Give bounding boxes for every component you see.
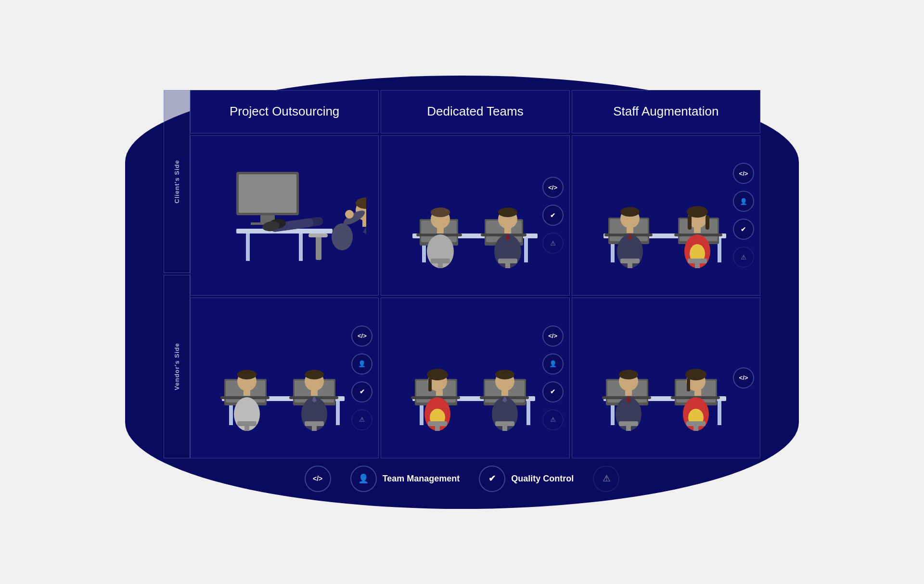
svg-rect-136 — [694, 390, 701, 396]
code-icon-4: </> — [542, 325, 564, 347]
svg-rect-24 — [524, 238, 528, 262]
svg-rect-1 — [239, 174, 296, 213]
check-icon-4: ✔ — [542, 381, 564, 402]
icons-col-staff-client: </> 👤 ✔ ⚠ — [733, 163, 754, 268]
vendor-side-text: Vendor's Side — [173, 343, 180, 390]
svg-point-55 — [620, 207, 640, 217]
svg-point-126 — [619, 370, 638, 379]
legend-team-icon: 👤 — [350, 466, 377, 492]
client-row: </> ✔ ⚠ — [190, 135, 760, 296]
icons-col-teams-vendor: </> 👤 ✔ ⚠ — [542, 325, 564, 430]
cell-staff-client: </> 👤 ✔ ⚠ — [572, 135, 760, 296]
illustration-relaxed — [195, 141, 373, 291]
svg-point-39 — [498, 208, 517, 217]
svg-rect-105 — [436, 390, 443, 396]
legend-quality-icon: ✔ — [479, 466, 505, 492]
legend-team-label: Team Management — [383, 474, 460, 484]
svg-rect-90 — [312, 425, 317, 431]
svg-rect-59 — [628, 262, 632, 268]
illustration-teams-vendor — [386, 303, 564, 453]
warning-icon-2: ⚠ — [733, 247, 754, 268]
legend-code-icon: </> — [305, 466, 331, 492]
svg-rect-130 — [626, 425, 631, 431]
cell-outsourcing-client — [190, 135, 379, 296]
header-col3: Staff Augmentation — [572, 90, 760, 133]
svg-rect-111 — [501, 390, 508, 396]
teams-vendor-svg — [403, 325, 547, 431]
svg-rect-68 — [695, 262, 700, 268]
main-container: Client's Side Vendor's Side Project Outs… — [125, 76, 799, 509]
code-icon-5: </> — [733, 367, 754, 389]
svg-rect-4 — [246, 232, 250, 261]
icons-col-staff-vendor: </> — [733, 367, 754, 389]
svg-point-16 — [345, 210, 354, 219]
svg-rect-93 — [526, 401, 530, 425]
check-icon-2: ✔ — [733, 219, 754, 240]
illustration-staff-client — [577, 141, 755, 291]
legend-quality: ✔ Quality Control — [479, 466, 574, 492]
svg-rect-138 — [693, 425, 698, 431]
warning-icon-4: ⚠ — [542, 409, 564, 430]
legend-row: </> 👤 Team Management ✔ Quality Control … — [164, 458, 760, 494]
svg-rect-83 — [244, 425, 249, 431]
cell-outsourcing-vendor: </> 👤 ✔ ⚠ — [190, 298, 379, 458]
svg-rect-40 — [504, 228, 511, 234]
check-icon-1: ✔ — [542, 205, 564, 226]
legend-code: </> — [305, 466, 331, 492]
client-side-label: Client's Side — [164, 90, 190, 273]
code-icon-2: </> — [733, 163, 754, 184]
svg-point-9 — [332, 223, 353, 250]
illustration-outsourcing-vendor — [195, 303, 373, 453]
vendor-side-label: Vendor's Side — [164, 275, 190, 458]
svg-rect-56 — [627, 227, 633, 233]
cell-teams-vendor: </> 👤 ✔ ⚠ — [381, 298, 569, 458]
header-col2-title: Dedicated Teams — [427, 104, 523, 119]
outsourcing-vendor-svg — [212, 325, 357, 431]
teams-client-svg — [398, 162, 552, 268]
person-icon-2: 👤 — [351, 353, 372, 375]
svg-rect-5 — [299, 232, 303, 261]
staff-vendor-svg — [594, 325, 738, 431]
svg-rect-8 — [308, 234, 328, 237]
warning-icon-1: ⚠ — [542, 233, 564, 254]
svg-point-110 — [495, 370, 514, 379]
svg-rect-66 — [694, 227, 701, 233]
svg-marker-13 — [363, 227, 366, 234]
legend-team: 👤 Team Management — [350, 466, 460, 492]
svg-rect-36 — [438, 262, 443, 268]
legend-quality-label: Quality Control — [511, 474, 574, 484]
person-icon-1: 👤 — [733, 191, 754, 212]
svg-rect-87 — [311, 390, 318, 396]
relaxed-person-svg — [203, 162, 366, 268]
header-col1-title: Project Outsourcing — [230, 104, 339, 119]
vendor-row: </> 👤 ✔ ⚠ — [190, 298, 760, 458]
svg-rect-104 — [428, 378, 432, 391]
svg-rect-127 — [625, 390, 632, 396]
svg-rect-64 — [688, 215, 692, 230]
side-labels: Client's Side Vendor's Side — [164, 90, 190, 458]
svg-rect-65 — [706, 215, 709, 230]
svg-rect-7 — [316, 234, 321, 260]
svg-point-33 — [431, 208, 450, 217]
svg-rect-34 — [437, 228, 444, 234]
svg-rect-107 — [435, 425, 440, 431]
svg-rect-71 — [336, 401, 340, 425]
cell-staff-vendor: </> — [572, 298, 760, 458]
legend-warning: ⚠ — [593, 466, 619, 492]
person-icon-3: 👤 — [542, 353, 564, 375]
svg-rect-43 — [505, 262, 510, 268]
svg-rect-12 — [362, 220, 366, 227]
illustration-teams-client — [386, 141, 564, 291]
staff-client-svg — [594, 162, 738, 268]
client-side-text: Client's Side — [173, 160, 180, 204]
svg-rect-117 — [718, 401, 721, 425]
icons-col-outsourcing-vendor: </> 👤 ✔ ⚠ — [351, 325, 372, 430]
svg-point-86 — [305, 370, 324, 379]
svg-rect-114 — [502, 425, 507, 431]
icons-col-teams-client: </> ✔ ⚠ — [542, 177, 564, 254]
legend-warning-icon: ⚠ — [593, 466, 619, 492]
illustration-staff-vendor — [577, 303, 755, 453]
header-col1: Project Outsourcing — [190, 90, 379, 133]
header-col3-title: Staff Augmentation — [613, 104, 719, 119]
content-rows: </> ✔ ⚠ — [190, 135, 760, 458]
